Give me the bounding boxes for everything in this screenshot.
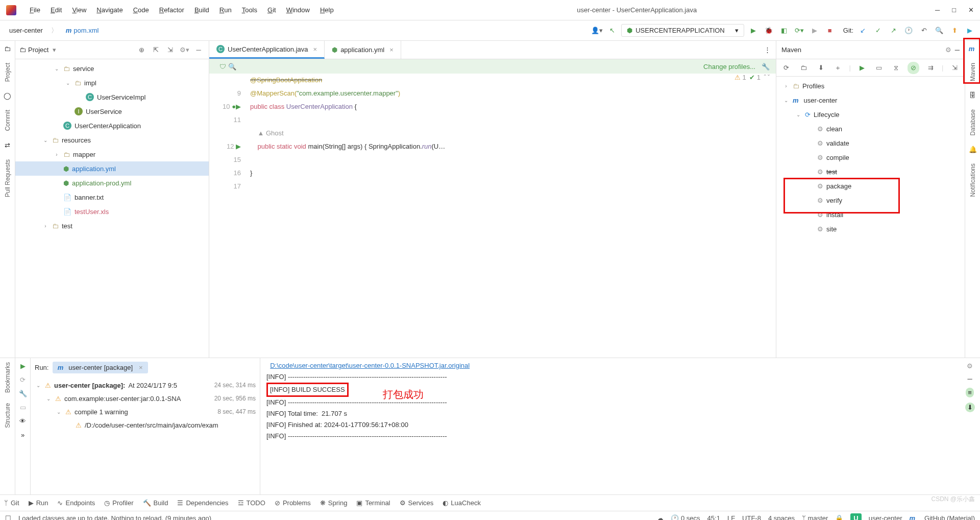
gear-icon[interactable]: ⚙▾ xyxy=(178,44,190,56)
menu-help[interactable]: Help xyxy=(315,6,339,14)
maven-item-package[interactable]: ⚙package xyxy=(776,179,965,193)
run-icon[interactable]: ▶ xyxy=(747,25,760,37)
status-eol[interactable]: LF xyxy=(727,514,735,520)
maven-tool-label[interactable]: Maven xyxy=(969,63,976,81)
bottom-endpoints[interactable]: ∿Endpoints xyxy=(57,499,95,507)
hammer-icon[interactable]: ↖ xyxy=(606,25,618,37)
locate-icon[interactable]: ⊕ xyxy=(135,44,148,56)
reload-icon[interactable]: ⟳ xyxy=(780,62,793,74)
database-tool-icon[interactable]: 🗄 xyxy=(969,91,976,99)
run-tree-item[interactable]: ⌄⚠user-center [package]: At 2024/1/17 9:… xyxy=(31,379,260,392)
eye-icon[interactable]: 👁 xyxy=(19,417,26,425)
menu-code[interactable]: Code xyxy=(128,6,154,14)
gear-icon[interactable]: ⚙ xyxy=(945,46,951,54)
menu-run[interactable]: Run xyxy=(214,6,237,14)
run-tree-item[interactable]: ⚠/D:/code/user-center/src/main/java/com/… xyxy=(31,418,260,432)
notifications-tool-icon[interactable]: 🔔 xyxy=(969,146,977,153)
maven-item-validate[interactable]: ⚙validate xyxy=(776,136,965,150)
structure-tool-label[interactable]: Structure xyxy=(4,403,11,428)
menu-view[interactable]: View xyxy=(67,6,91,14)
hide-icon[interactable]: ─ xyxy=(192,44,205,56)
toggle-skip-icon[interactable]: ⧖ xyxy=(890,62,902,74)
bottom-problems[interactable]: ⊘Problems xyxy=(275,499,311,507)
tree-item[interactable]: ›🗀test xyxy=(15,219,209,233)
soft-wrap-icon[interactable]: ≡ xyxy=(966,388,974,397)
tree-item[interactable]: ⌄🗀service xyxy=(15,61,209,76)
maven-item-test[interactable]: ⚙test xyxy=(776,164,965,179)
bottom-services[interactable]: ⚙Services xyxy=(400,499,434,507)
pr-tool-icon[interactable]: ⇄ xyxy=(5,141,10,149)
status-indent[interactable]: 4 spaces xyxy=(768,514,795,520)
commit-tool-icon[interactable]: ◯ xyxy=(4,92,11,100)
tree-item[interactable]: ›🗀mapper xyxy=(15,147,209,161)
status-theme[interactable]: GitHub (Material) xyxy=(924,514,975,520)
breadcrumb-file[interactable]: mpom.xml xyxy=(61,25,104,36)
commit-tool-label[interactable]: Commit xyxy=(4,110,11,131)
collapse-all-icon[interactable]: ⇲ xyxy=(164,44,176,56)
tree-item[interactable]: ⌄🗀impl xyxy=(15,76,209,90)
tabs-more-icon[interactable]: ⋮ xyxy=(759,41,776,59)
tree-item[interactable]: ⌄🗀resources xyxy=(15,133,209,147)
run-tab[interactable]: muser-center [package]× xyxy=(53,362,148,373)
menu-navigate[interactable]: Navigate xyxy=(91,6,128,14)
maven-tool-icon[interactable]: m xyxy=(969,45,975,53)
menu-refactor[interactable]: Refactor xyxy=(154,6,189,14)
tree-item[interactable]: CUserCenterApplication xyxy=(15,119,209,133)
collapse-icon[interactable]: ⇲ xyxy=(948,62,961,74)
run-tree-item[interactable]: ⌄⚠com.example:user-center:jar:0.0.1-SNA2… xyxy=(31,392,260,405)
ide-update-icon[interactable]: ⬆ xyxy=(948,25,961,37)
maven-item-verify[interactable]: ⚙verify xyxy=(776,193,965,207)
bottom-run[interactable]: ▶Run xyxy=(29,499,48,507)
offline-icon[interactable]: ⊘ xyxy=(908,62,920,74)
bottom-spring[interactable]: ❋Spring xyxy=(320,499,348,507)
tree-item[interactable]: ⬢application-prod.yml xyxy=(15,176,209,190)
git-commit-icon[interactable]: ✓ xyxy=(872,25,884,37)
attach-icon[interactable]: ▶ xyxy=(808,25,821,37)
hide-icon[interactable]: ─ xyxy=(955,46,960,54)
lock-icon[interactable]: 🔒 xyxy=(835,514,843,520)
maven-item-Profiles[interactable]: ›🗀Profiles xyxy=(776,79,965,93)
pr-tool-label[interactable]: Pull Requests xyxy=(4,159,11,197)
git-history-icon[interactable]: 🕐 xyxy=(902,25,915,37)
add-icon[interactable]: ＋ xyxy=(832,62,844,74)
more-icon[interactable]: » xyxy=(21,431,24,439)
run-tree-item[interactable]: ⌄⚠compile 1 warning8 sec, 447 ms xyxy=(31,405,260,418)
execute-icon[interactable]: ▭ xyxy=(873,62,886,74)
show-deps-icon[interactable]: ⇉ xyxy=(924,62,937,74)
tree-item[interactable]: ⬢application.yml xyxy=(15,161,209,176)
breadcrumb-project[interactable]: user-center xyxy=(4,25,48,36)
scroll-end-icon[interactable]: ⬇ xyxy=(965,403,975,412)
wrench-icon[interactable]: 🔧 xyxy=(762,63,770,70)
coverage-icon[interactable]: ◧ xyxy=(778,25,790,37)
bottom-terminal[interactable]: ▣Terminal xyxy=(356,499,390,507)
git-pull-icon[interactable]: ↙ xyxy=(856,25,869,37)
stop-icon[interactable]: ⟳ xyxy=(20,376,26,384)
user-icon[interactable]: 👤▾ xyxy=(591,25,603,37)
bottom-build[interactable]: 🔨Build xyxy=(143,499,168,507)
maven-item-install[interactable]: ⚙install xyxy=(776,207,965,222)
bottom-profiler[interactable]: ◷Profiler xyxy=(104,499,133,507)
run-icon[interactable]: ▶ xyxy=(856,62,868,74)
gen-sources-icon[interactable]: 🗀 xyxy=(798,62,810,74)
project-tool-label[interactable]: Project xyxy=(4,63,11,82)
editor-tab[interactable]: CUserCenterApplication.java× xyxy=(209,41,325,59)
change-profiles-link[interactable]: Change profiles... xyxy=(703,63,755,70)
run-anything-icon[interactable]: ▶ xyxy=(964,25,976,37)
maven-item-site[interactable]: ⚙site xyxy=(776,222,965,236)
status-cloud-icon[interactable]: ☁ xyxy=(657,514,664,520)
tree-item[interactable]: IUserService xyxy=(15,104,209,119)
menu-file[interactable]: File xyxy=(24,6,45,14)
bottom-git[interactable]: ᛘGit xyxy=(4,499,19,507)
tree-item[interactable]: 📄testUser.xls xyxy=(15,204,209,219)
project-tool-icon[interactable]: 🗀 xyxy=(4,45,11,53)
maven-item-Lifecycle[interactable]: ⌄⟳Lifecycle xyxy=(776,107,965,122)
git-rollback-icon[interactable]: ↶ xyxy=(918,25,930,37)
stop-icon[interactable]: ■ xyxy=(824,25,836,37)
notifications-tool-label[interactable]: Notifications xyxy=(969,163,976,197)
bottom-luacheck[interactable]: ◐LuaCheck xyxy=(443,499,481,507)
gear-icon[interactable]: ⚙ xyxy=(967,362,973,370)
git-push-icon[interactable]: ↗ xyxy=(887,25,899,37)
maven-item-user-center[interactable]: ⌄muser-center xyxy=(776,93,965,107)
wrench-icon[interactable]: 🔧 xyxy=(19,390,27,397)
editor-tab[interactable]: ⬢application.yml× xyxy=(325,41,401,59)
